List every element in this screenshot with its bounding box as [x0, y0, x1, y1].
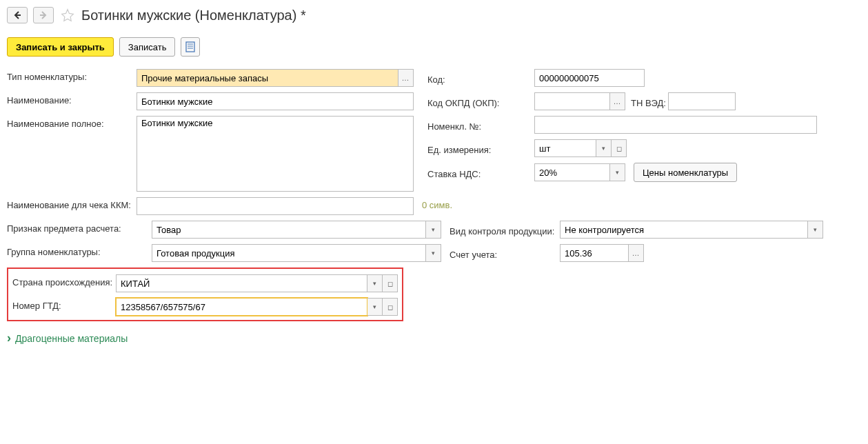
group-input[interactable]: [152, 244, 426, 262]
tnved-label: ТН ВЭД:: [625, 95, 668, 108]
vat-input[interactable]: [534, 163, 610, 181]
account-picker-button[interactable]: …: [629, 244, 644, 262]
code-label: Код:: [427, 72, 534, 85]
highlight-region: Страна происхождения: Номер ГТД:: [7, 268, 403, 321]
subject-label: Признак предмета расчета:: [7, 221, 152, 234]
account-label: Счет учета:: [450, 247, 560, 260]
country-input[interactable]: [116, 274, 367, 292]
page-title: Ботинки мужские (Номенклатура) *: [81, 8, 306, 23]
precious-materials-section[interactable]: Драгоценные материалы: [7, 331, 861, 345]
nav-forward-button: [33, 7, 54, 23]
kkm-hint: 0 симв.: [422, 197, 452, 210]
okpd-label: Код ОКПД (ОКП):: [427, 95, 534, 108]
svg-rect-2: [186, 42, 194, 52]
group-label: Группа номенклатуры:: [7, 244, 152, 257]
country-open-button[interactable]: [383, 274, 398, 292]
gtd-open-button[interactable]: [383, 298, 398, 316]
unit-dropdown-button[interactable]: [596, 139, 612, 157]
kkm-label: Наименование для чека ККМ:: [7, 197, 137, 210]
okpd-input[interactable]: [534, 92, 610, 110]
gtd-label: Номер ГТД:: [12, 298, 116, 311]
fullname-label: Наименование полное:: [7, 116, 137, 129]
type-picker-button[interactable]: …: [398, 69, 414, 87]
control-dropdown-button[interactable]: [808, 221, 823, 239]
gtd-dropdown-button[interactable]: [367, 298, 383, 316]
precious-materials-label: Драгоценные материалы: [15, 333, 128, 344]
prices-button[interactable]: Цены номенклатуры: [634, 163, 737, 182]
save-button[interactable]: Записать: [119, 37, 176, 57]
subject-input[interactable]: [152, 221, 426, 239]
name-input[interactable]: [137, 92, 414, 110]
subject-dropdown-button[interactable]: [426, 221, 441, 239]
okpd-picker-button[interactable]: …: [610, 92, 625, 110]
gtd-input[interactable]: [116, 298, 367, 316]
group-dropdown-button[interactable]: [426, 244, 441, 262]
unit-label: Ед. измерения:: [427, 142, 534, 155]
name-label: Наименование:: [7, 92, 137, 105]
nomnum-label: Номенкл. №:: [427, 119, 534, 132]
favorite-star-icon[interactable]: [59, 7, 76, 23]
nav-back-button[interactable]: [7, 7, 28, 23]
kkm-input[interactable]: [137, 197, 414, 215]
vat-label: Ставка НДС:: [427, 166, 534, 179]
country-dropdown-button[interactable]: [367, 274, 383, 292]
nomnum-input[interactable]: [534, 116, 817, 134]
unit-input[interactable]: [534, 139, 596, 157]
control-input[interactable]: [560, 221, 808, 239]
tnved-input[interactable]: [668, 92, 736, 110]
code-input[interactable]: [534, 69, 645, 87]
unit-open-button[interactable]: [612, 139, 627, 157]
account-input[interactable]: [560, 244, 629, 262]
type-label: Тип номенклатуры:: [7, 69, 137, 82]
type-input[interactable]: [137, 69, 398, 87]
control-label: Вид контроля продукции:: [450, 223, 560, 236]
save-close-button[interactable]: Записать и закрыть: [7, 37, 114, 57]
country-label: Страна происхождения:: [12, 274, 116, 287]
vat-dropdown-button[interactable]: [610, 163, 625, 181]
report-icon-button[interactable]: [181, 37, 200, 57]
fullname-textarea[interactable]: [137, 116, 414, 192]
